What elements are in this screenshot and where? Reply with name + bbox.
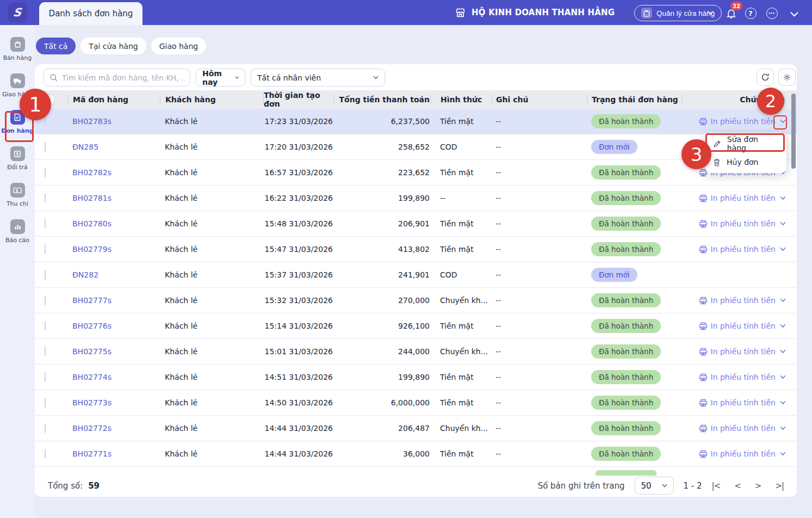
order-code-link[interactable]: BH02782s — [67, 168, 160, 177]
more-options-icon[interactable]: ⋯ — [765, 7, 778, 20]
order-code-link[interactable]: BH02774s — [67, 373, 160, 381]
col-header-time: Thời gian tạo đơn — [263, 95, 334, 104]
row-checkbox[interactable] — [45, 193, 46, 203]
print-bill-action[interactable]: In phiếu tính tiền — [682, 194, 786, 202]
menu-item-sua-don-hang[interactable]: Sửa đơn hàng — [705, 134, 786, 153]
sidebar-item-bao-cao[interactable]: Báo cáo — [0, 207, 35, 244]
row-checkbox[interactable] — [45, 321, 46, 331]
print-bill-action[interactable]: In phiếu tính tiền — [682, 398, 786, 407]
order-code-link[interactable]: BH02777s — [67, 296, 160, 305]
total-cell: 206,487 — [334, 424, 431, 433]
first-page-icon[interactable]: |< — [712, 481, 721, 491]
table-body: BH02783s Khách lẻ 17:23 31/03/2026 6,237… — [35, 109, 797, 474]
last-page-icon[interactable]: >| — [775, 481, 784, 491]
print-bill-action[interactable]: In phiếu tính tiền — [682, 219, 786, 228]
row-checkbox[interactable] — [45, 244, 46, 254]
order-code-link[interactable]: BH02783s — [67, 117, 160, 126]
payment-method-cell: -- — [431, 194, 492, 202]
table-row: BH02781s Khách lẻ 16:22 31/03/2026 199,8… — [35, 186, 797, 211]
order-code-link[interactable]: BH02772s — [67, 424, 160, 433]
print-bill-action[interactable]: In phiếu tính tiền — [682, 373, 786, 381]
print-bill-action[interactable]: In phiếu tính tiền — [682, 245, 786, 254]
customer-cell: Khách lẻ — [160, 245, 263, 254]
sidebar-item-ban-hang[interactable]: Bán hàng — [0, 25, 35, 61]
row-checkbox[interactable] — [45, 347, 46, 356]
created-time-cell: 17:20 31/03/2026 — [263, 143, 334, 151]
sidebar-item-giao-hang[interactable]: Giao hàng — [0, 61, 35, 98]
select-all-checkbox[interactable] — [45, 95, 54, 104]
action-chevron-down-icon[interactable] — [780, 452, 786, 456]
row-checkbox[interactable] — [45, 449, 46, 459]
row-checkbox[interactable] — [45, 116, 46, 126]
action-chevron-down-icon[interactable] — [780, 324, 786, 328]
window-tab-order-list[interactable]: Danh sách đơn hàng — [39, 2, 142, 25]
order-code-link[interactable]: ĐN282 — [67, 270, 160, 279]
staff-filter-select[interactable]: Tất cả nhân viên — [251, 69, 385, 87]
tab-giao-hang[interactable]: Giao hàng — [151, 38, 207, 54]
action-chevron-down-icon[interactable] — [780, 426, 786, 430]
printer-icon — [699, 220, 708, 228]
print-bill-action[interactable]: In phiếu tính tiền — [682, 117, 786, 126]
action-chevron-down-icon[interactable] — [780, 247, 786, 251]
action-chevron-down-icon[interactable] — [780, 375, 786, 379]
action-chevron-down-icon[interactable] — [780, 400, 786, 405]
table-settings-button[interactable] — [778, 69, 796, 86]
order-document-icon — [10, 110, 25, 125]
payment-method-cell: COD — [431, 270, 492, 279]
print-bill-action[interactable]: In phiếu tính tiền — [682, 322, 786, 330]
order-code-link[interactable]: BH02779s — [67, 245, 160, 254]
order-list-card: Hôm nay Tất cả nhân viên Mã đơn hàng Khá… — [35, 64, 797, 497]
sidebar-item-doi-tra[interactable]: Đổi trả — [0, 134, 35, 171]
row-checkbox[interactable] — [45, 270, 46, 280]
menu-item-huy-don[interactable]: Hủy đơn — [705, 153, 786, 171]
sidebar-item-don-hang[interactable]: Đơn hàng — [0, 98, 35, 134]
refresh-button[interactable] — [757, 69, 774, 86]
customer-cell: Khách lẻ — [160, 322, 263, 330]
sidebar-item-label: Đơn hàng — [1, 127, 33, 134]
status-badge: Đã hoàn thành — [591, 421, 661, 435]
order-code-link[interactable]: BH02775s — [67, 347, 160, 356]
date-filter-select[interactable]: Hôm nay — [196, 69, 245, 87]
print-bill-action[interactable]: In phiếu tính tiền — [682, 296, 786, 305]
action-chevron-down-icon[interactable] — [780, 119, 786, 124]
print-bill-action[interactable]: In phiếu tính tiền — [682, 347, 786, 356]
note-cell: -- — [492, 322, 587, 330]
action-chevron-down-icon[interactable] — [780, 298, 786, 303]
tab-tat-ca[interactable]: Tất cả — [36, 38, 76, 54]
sidebar-item-thu-chi[interactable]: $ Thu chi — [0, 171, 35, 207]
vertical-scrollbar-thumb[interactable] — [791, 94, 796, 169]
action-chevron-down-icon[interactable] — [780, 221, 786, 226]
row-checkbox[interactable] — [45, 398, 46, 408]
print-bill-action[interactable]: In phiếu tính tiền — [682, 424, 786, 433]
customer-cell: Khách lẻ — [160, 168, 263, 177]
help-icon[interactable]: ? — [744, 7, 757, 20]
order-code-link[interactable]: BH02773s — [67, 398, 160, 407]
order-code-link[interactable]: BH02781s — [67, 194, 160, 202]
row-checkbox[interactable] — [45, 295, 46, 305]
search-input[interactable] — [62, 73, 184, 82]
row-checkbox[interactable] — [45, 372, 46, 382]
col-header-code: Mã đơn hàng — [67, 95, 160, 104]
action-chevron-down-icon[interactable] — [780, 349, 786, 354]
status-badge: Đã hoàn thành — [591, 293, 661, 307]
prev-page-icon[interactable]: < — [734, 481, 741, 491]
created-time-cell: 15:32 31/03/2026 — [263, 296, 334, 305]
collapse-topbar-icon[interactable] — [788, 8, 801, 21]
note-cell: -- — [492, 449, 587, 458]
order-code-link[interactable]: BH02771s — [67, 449, 160, 458]
order-code-link[interactable]: BH02776s — [67, 322, 160, 330]
action-chevron-down-icon[interactable] — [780, 196, 786, 200]
next-page-icon[interactable]: > — [755, 481, 761, 491]
order-code-link[interactable]: BH02780s — [67, 219, 160, 228]
tab-tai-cua-hang[interactable]: Tại cửa hàng — [80, 38, 146, 54]
manage-store-button[interactable]: Quản lý cửa hàng — [634, 5, 722, 21]
row-checkbox[interactable] — [45, 168, 46, 177]
row-checkbox[interactable] — [45, 142, 46, 152]
row-checkbox[interactable] — [45, 423, 46, 433]
chevron-down-icon — [373, 76, 379, 79]
print-bill-action[interactable]: In phiếu tính tiền — [682, 449, 786, 458]
row-checkbox[interactable] — [45, 219, 46, 229]
per-page-select[interactable]: 50 — [635, 477, 674, 495]
order-code-link[interactable]: ĐN285 — [67, 143, 160, 151]
total-cell: 413,802 — [334, 245, 431, 254]
